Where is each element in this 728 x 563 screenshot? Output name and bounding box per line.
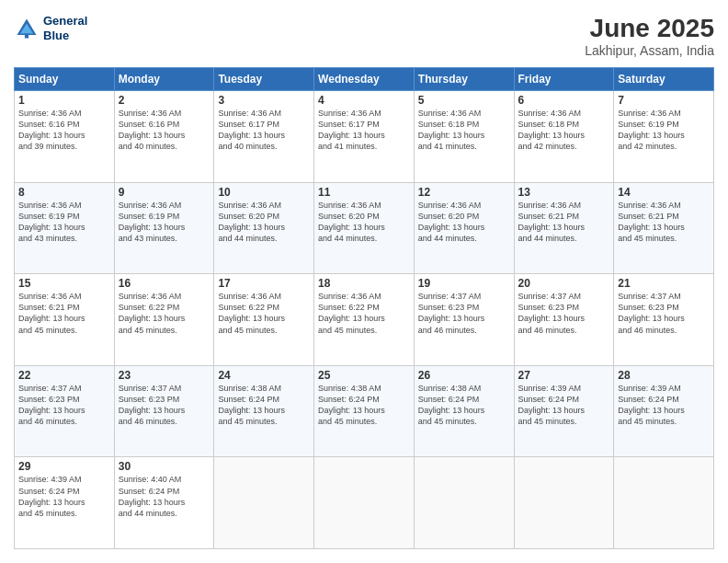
- calendar-cell: 9Sunrise: 4:36 AM Sunset: 6:19 PM Daylig…: [114, 182, 214, 274]
- day-info: Sunrise: 4:36 AM Sunset: 6:22 PM Dayligh…: [119, 291, 210, 336]
- day-info: Sunrise: 4:38 AM Sunset: 6:24 PM Dayligh…: [418, 383, 510, 428]
- calendar-cell: 22Sunrise: 4:37 AM Sunset: 6:23 PM Dayli…: [15, 365, 115, 457]
- calendar-cell: 30Sunrise: 4:40 AM Sunset: 6:24 PM Dayli…: [114, 457, 214, 549]
- day-info: Sunrise: 4:36 AM Sunset: 6:17 PM Dayligh…: [218, 108, 310, 153]
- day-info: Sunrise: 4:36 AM Sunset: 6:20 PM Dayligh…: [318, 200, 410, 245]
- day-number: 24: [218, 369, 310, 382]
- weekday-header-saturday: Saturday: [614, 68, 714, 91]
- calendar-cell: 18Sunrise: 4:36 AM Sunset: 6:22 PM Dayli…: [314, 274, 415, 366]
- calendar-cell: 23Sunrise: 4:37 AM Sunset: 6:23 PM Dayli…: [114, 365, 214, 457]
- day-number: 27: [518, 369, 610, 382]
- day-number: 4: [318, 94, 410, 107]
- location: Lakhipur, Assam, India: [585, 43, 714, 58]
- day-info: Sunrise: 4:37 AM Sunset: 6:23 PM Dayligh…: [518, 291, 610, 336]
- logo-line2: Blue: [43, 29, 87, 43]
- logo-icon: [14, 16, 40, 41]
- day-number: 5: [418, 94, 510, 107]
- calendar-cell: 24Sunrise: 4:38 AM Sunset: 6:24 PM Dayli…: [214, 365, 314, 457]
- calendar-cell: 27Sunrise: 4:39 AM Sunset: 6:24 PM Dayli…: [514, 365, 614, 457]
- day-number: 14: [618, 186, 710, 199]
- day-number: 8: [18, 186, 110, 199]
- calendar-cell: [414, 457, 514, 549]
- calendar-cell: 26Sunrise: 4:38 AM Sunset: 6:24 PM Dayli…: [414, 365, 514, 457]
- day-info: Sunrise: 4:39 AM Sunset: 6:24 PM Dayligh…: [618, 383, 710, 428]
- day-number: 18: [318, 277, 410, 290]
- calendar-cell: 3Sunrise: 4:36 AM Sunset: 6:17 PM Daylig…: [214, 91, 314, 183]
- day-number: 6: [518, 94, 610, 107]
- day-info: Sunrise: 4:40 AM Sunset: 6:24 PM Dayligh…: [119, 474, 210, 519]
- calendar-week-4: 22Sunrise: 4:37 AM Sunset: 6:23 PM Dayli…: [15, 365, 714, 457]
- day-info: Sunrise: 4:36 AM Sunset: 6:20 PM Dayligh…: [218, 200, 310, 245]
- calendar-header: SundayMondayTuesdayWednesdayThursdayFrid…: [15, 68, 714, 91]
- calendar-cell: 19Sunrise: 4:37 AM Sunset: 6:23 PM Dayli…: [414, 274, 514, 366]
- day-number: 11: [318, 186, 410, 199]
- day-info: Sunrise: 4:36 AM Sunset: 6:19 PM Dayligh…: [618, 108, 710, 153]
- title-block: June 2025 Lakhipur, Assam, India: [585, 14, 714, 58]
- day-number: 20: [518, 277, 610, 290]
- day-info: Sunrise: 4:36 AM Sunset: 6:21 PM Dayligh…: [518, 200, 610, 245]
- day-info: Sunrise: 4:36 AM Sunset: 6:16 PM Dayligh…: [18, 108, 110, 153]
- day-info: Sunrise: 4:36 AM Sunset: 6:16 PM Dayligh…: [119, 108, 210, 153]
- logo-text: General Blue: [43, 14, 87, 42]
- day-number: 16: [119, 277, 210, 290]
- day-info: Sunrise: 4:38 AM Sunset: 6:24 PM Dayligh…: [318, 383, 410, 428]
- weekday-header-sunday: Sunday: [15, 68, 115, 91]
- logo-line1: General: [43, 14, 87, 29]
- day-number: 25: [318, 369, 410, 382]
- calendar-cell: 12Sunrise: 4:36 AM Sunset: 6:20 PM Dayli…: [414, 182, 514, 274]
- weekday-header-monday: Monday: [114, 68, 214, 91]
- page: General Blue June 2025 Lakhipur, Assam, …: [0, 0, 728, 563]
- calendar-cell: 20Sunrise: 4:37 AM Sunset: 6:23 PM Dayli…: [514, 274, 614, 366]
- day-number: 3: [218, 94, 310, 107]
- day-info: Sunrise: 4:36 AM Sunset: 6:17 PM Dayligh…: [318, 108, 410, 153]
- calendar-cell: 16Sunrise: 4:36 AM Sunset: 6:22 PM Dayli…: [114, 274, 214, 366]
- day-number: 22: [18, 369, 110, 382]
- weekday-header-wednesday: Wednesday: [314, 68, 415, 91]
- calendar-cell: 29Sunrise: 4:39 AM Sunset: 6:24 PM Dayli…: [15, 457, 115, 549]
- day-info: Sunrise: 4:37 AM Sunset: 6:23 PM Dayligh…: [119, 383, 210, 428]
- day-number: 17: [218, 277, 310, 290]
- day-info: Sunrise: 4:38 AM Sunset: 6:24 PM Dayligh…: [218, 383, 310, 428]
- calendar-cell: [214, 457, 314, 549]
- calendar-cell: 11Sunrise: 4:36 AM Sunset: 6:20 PM Dayli…: [314, 182, 415, 274]
- day-info: Sunrise: 4:36 AM Sunset: 6:18 PM Dayligh…: [518, 108, 610, 153]
- day-number: 30: [119, 460, 210, 473]
- header: General Blue June 2025 Lakhipur, Assam, …: [14, 14, 714, 58]
- calendar-cell: 13Sunrise: 4:36 AM Sunset: 6:21 PM Dayli…: [514, 182, 614, 274]
- day-info: Sunrise: 4:36 AM Sunset: 6:22 PM Dayligh…: [218, 291, 310, 336]
- day-info: Sunrise: 4:36 AM Sunset: 6:19 PM Dayligh…: [119, 200, 210, 245]
- logo: General Blue: [14, 14, 87, 42]
- day-number: 12: [418, 186, 510, 199]
- day-info: Sunrise: 4:37 AM Sunset: 6:23 PM Dayligh…: [18, 383, 110, 428]
- calendar-week-5: 29Sunrise: 4:39 AM Sunset: 6:24 PM Dayli…: [15, 457, 714, 549]
- calendar-week-2: 8Sunrise: 4:36 AM Sunset: 6:19 PM Daylig…: [15, 182, 714, 274]
- day-number: 13: [518, 186, 610, 199]
- day-info: Sunrise: 4:36 AM Sunset: 6:20 PM Dayligh…: [418, 200, 510, 245]
- day-number: 29: [18, 460, 110, 473]
- calendar-body: 1Sunrise: 4:36 AM Sunset: 6:16 PM Daylig…: [15, 91, 714, 549]
- calendar-week-3: 15Sunrise: 4:36 AM Sunset: 6:21 PM Dayli…: [15, 274, 714, 366]
- calendar-cell: 10Sunrise: 4:36 AM Sunset: 6:20 PM Dayli…: [214, 182, 314, 274]
- day-number: 21: [618, 277, 710, 290]
- day-number: 28: [618, 369, 710, 382]
- month-title: June 2025: [585, 14, 714, 43]
- calendar-cell: 7Sunrise: 4:36 AM Sunset: 6:19 PM Daylig…: [614, 91, 714, 183]
- day-info: Sunrise: 4:36 AM Sunset: 6:21 PM Dayligh…: [18, 291, 110, 336]
- day-number: 2: [119, 94, 210, 107]
- calendar-cell: 2Sunrise: 4:36 AM Sunset: 6:16 PM Daylig…: [114, 91, 214, 183]
- calendar-cell: 14Sunrise: 4:36 AM Sunset: 6:21 PM Dayli…: [614, 182, 714, 274]
- weekday-header-thursday: Thursday: [414, 68, 514, 91]
- weekday-header-tuesday: Tuesday: [214, 68, 314, 91]
- calendar-table: SundayMondayTuesdayWednesdayThursdayFrid…: [14, 67, 714, 549]
- day-info: Sunrise: 4:36 AM Sunset: 6:19 PM Dayligh…: [18, 200, 110, 245]
- day-number: 10: [218, 186, 310, 199]
- day-number: 7: [618, 94, 710, 107]
- day-number: 9: [119, 186, 210, 199]
- day-info: Sunrise: 4:39 AM Sunset: 6:24 PM Dayligh…: [18, 474, 110, 519]
- calendar-cell: 4Sunrise: 4:36 AM Sunset: 6:17 PM Daylig…: [314, 91, 415, 183]
- weekday-row: SundayMondayTuesdayWednesdayThursdayFrid…: [15, 68, 714, 91]
- calendar-cell: 5Sunrise: 4:36 AM Sunset: 6:18 PM Daylig…: [414, 91, 514, 183]
- day-number: 1: [18, 94, 110, 107]
- day-info: Sunrise: 4:39 AM Sunset: 6:24 PM Dayligh…: [518, 383, 610, 428]
- weekday-header-friday: Friday: [514, 68, 614, 91]
